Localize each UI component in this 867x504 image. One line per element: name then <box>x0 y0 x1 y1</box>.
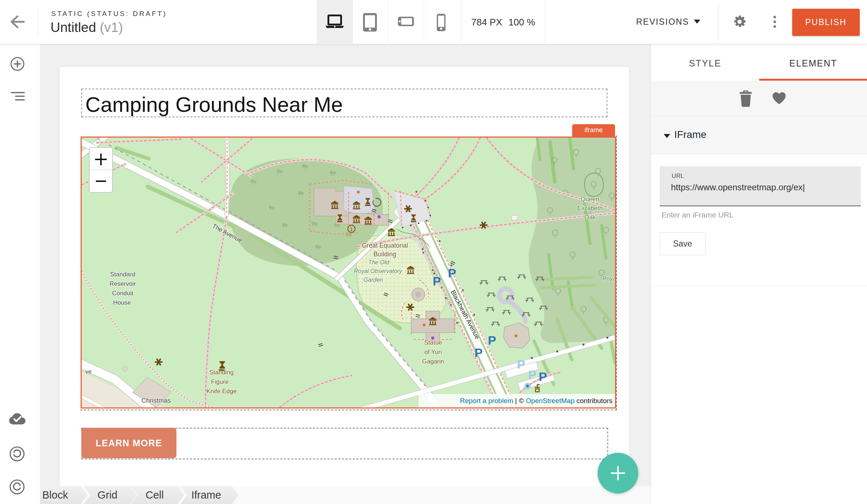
svg-text:Royal Observatory: Royal Observatory <box>354 268 402 274</box>
svg-text:Queen: Queen <box>581 196 599 203</box>
svg-text:Christmas: Christmas <box>141 397 171 404</box>
svg-text:Gagarin: Gagarin <box>422 358 444 365</box>
svg-text:Statue: Statue <box>424 339 442 346</box>
svg-text:P: P <box>528 368 537 382</box>
svg-text:P: P <box>475 346 483 359</box>
svg-text:Figure :: Figure : <box>211 378 232 385</box>
svg-text:Grid: Grid <box>98 489 118 501</box>
svg-text:i: i <box>351 227 352 232</box>
svg-text:Reservoir: Reservoir <box>110 280 136 287</box>
svg-text:P: P <box>433 274 441 288</box>
svg-text:Roya: Roya <box>602 276 615 282</box>
svg-text:Standard: Standard <box>110 271 135 278</box>
svg-text:Block: Block <box>42 489 68 501</box>
svg-text:P: P <box>448 266 456 280</box>
svg-text:Elizabeth: Elizabeth <box>577 205 603 212</box>
svg-text:Oak: Oak <box>584 214 596 221</box>
svg-text:Garden: Garden <box>363 277 383 283</box>
svg-text:Building: Building <box>374 251 396 258</box>
svg-text:Conduit: Conduit <box>112 290 134 297</box>
svg-text:P: P <box>488 333 496 347</box>
svg-text:of Yuri: of Yuri <box>424 349 442 355</box>
svg-text:P: P <box>517 357 525 371</box>
svg-text:Iframe: Iframe <box>191 489 221 501</box>
svg-text:House: House <box>113 299 131 306</box>
svg-text:Cell: Cell <box>146 489 164 501</box>
svg-text:ve: ve <box>85 369 91 375</box>
svg-text:Report a problem | © OpenStree: Report a problem | © OpenStreetMap contr… <box>460 397 612 405</box>
svg-text:Great Equatorial: Great Equatorial <box>362 242 408 249</box>
svg-text:P: P <box>539 370 547 383</box>
svg-text:Knife Edge: Knife Edge <box>206 388 236 395</box>
svg-text:The Old: The Old <box>369 259 390 265</box>
svg-text:Standing: Standing <box>209 369 233 376</box>
